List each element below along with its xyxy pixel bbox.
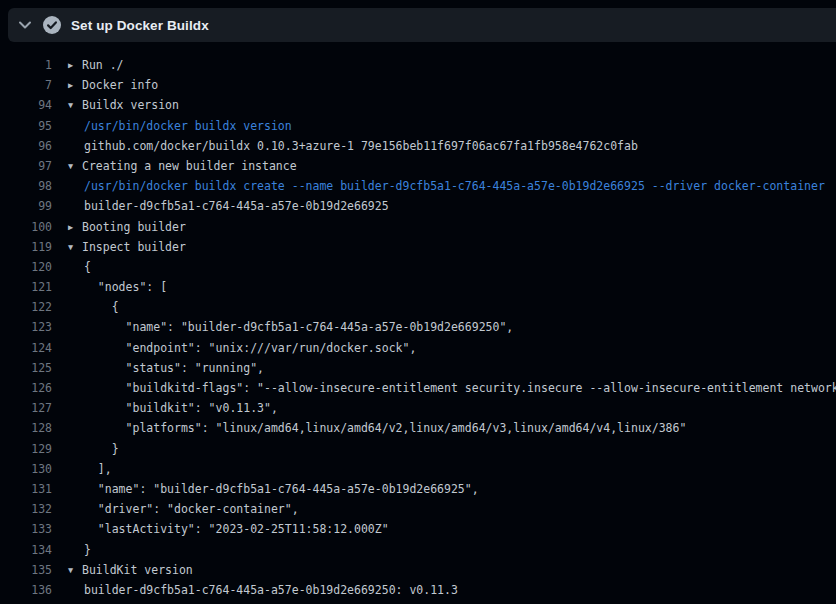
check-circle-icon [42, 15, 62, 35]
step-title: Set up Docker Buildx [71, 18, 209, 33]
log-group-line[interactable]: 100▶Booting builder [0, 217, 836, 237]
line-number[interactable]: 129 [0, 439, 52, 459]
line-number[interactable]: 125 [0, 358, 52, 378]
line-number[interactable]: 95 [0, 116, 52, 136]
log-line: 131 "name": "builder-d9cfb5a1-c764-445a-… [0, 479, 836, 499]
log-line: 132 "driver": "docker-container", [0, 499, 836, 519]
line-number[interactable]: 94 [0, 95, 52, 115]
output-text: { [68, 297, 119, 317]
output-text: ], [68, 459, 112, 479]
line-number[interactable]: 127 [0, 398, 52, 418]
log-line: 128 "platforms": "linux/amd64,linux/amd6… [0, 418, 836, 438]
line-number[interactable]: 100 [0, 217, 52, 237]
output-text: builder-d9cfb5a1-c764-445a-a57e-0b19d2e6… [68, 580, 458, 600]
chevron-down-icon[interactable] [17, 17, 33, 33]
output-text: "driver": "docker-container", [68, 499, 299, 519]
line-number[interactable]: 132 [0, 499, 52, 519]
output-text: builder-d9cfb5a1-c764-445a-a57e-0b19d2e6… [68, 196, 389, 216]
line-number[interactable]: 131 [0, 479, 52, 499]
line-number[interactable]: 121 [0, 277, 52, 297]
log-line: 126 "buildkitd-flags": "--allow-insecure… [0, 378, 836, 398]
line-number[interactable]: 130 [0, 459, 52, 479]
output-text: "endpoint": "unix:///var/run/docker.sock… [68, 338, 416, 358]
log-line: 130 ], [0, 459, 836, 479]
caret-collapsed-icon[interactable]: ▶ [68, 217, 82, 237]
log-group-line[interactable]: 7▶Docker info [0, 75, 836, 95]
output-text: "platforms": "linux/amd64,linux/amd64/v2… [68, 418, 686, 438]
group-label: Run ./ [82, 58, 124, 72]
output-text: } [68, 439, 119, 459]
log-line: 99builder-d9cfb5a1-c764-445a-a57e-0b19d2… [0, 196, 836, 216]
line-number[interactable]: 7 [0, 75, 52, 95]
log-lines: 1▶Run ./7▶Docker info94▼Buildx version95… [0, 42, 836, 600]
line-number[interactable]: 119 [0, 237, 52, 257]
caret-expanded-icon[interactable]: ▼ [68, 95, 82, 115]
command-text: /usr/bin/docker buildx create --name bui… [68, 176, 825, 196]
line-number[interactable]: 122 [0, 297, 52, 317]
line-number[interactable]: 136 [0, 580, 52, 600]
output-text: github.com/docker/buildx 0.10.3+azure-1 … [68, 136, 638, 156]
caret-expanded-icon[interactable]: ▼ [68, 156, 82, 176]
log-line: 125 "status": "running", [0, 358, 836, 378]
log-line: 121 "nodes": [ [0, 277, 836, 297]
log-group-line[interactable]: 119▼Inspect builder [0, 237, 836, 257]
log-line: 127 "buildkit": "v0.11.3", [0, 398, 836, 418]
log-group-line[interactable]: 135▼BuildKit version [0, 560, 836, 580]
line-number[interactable]: 134 [0, 540, 52, 560]
group-label: Inspect builder [82, 240, 186, 254]
group-label: Creating a new builder instance [82, 159, 297, 173]
output-text: "nodes": [ [68, 277, 167, 297]
line-number[interactable]: 98 [0, 176, 52, 196]
group-label: Docker info [82, 78, 158, 92]
caret-expanded-icon[interactable]: ▼ [68, 237, 82, 257]
line-number[interactable]: 96 [0, 136, 52, 156]
log-line: 120{ [0, 257, 836, 277]
output-text: "name": "builder-d9cfb5a1-c764-445a-a57e… [68, 479, 479, 499]
caret-collapsed-icon[interactable]: ▶ [68, 75, 82, 95]
log-group-line[interactable]: 97▼Creating a new builder instance [0, 156, 836, 176]
step-header[interactable]: Set up Docker Buildx [8, 8, 836, 42]
group-label: Booting builder [82, 220, 186, 234]
line-number[interactable]: 123 [0, 317, 52, 337]
output-text: "lastActivity": "2023-02-25T11:58:12.000… [68, 519, 389, 539]
command-text: /usr/bin/docker buildx version [68, 116, 292, 136]
group-label: BuildKit version [82, 563, 193, 577]
log-line: 123 "name": "builder-d9cfb5a1-c764-445a-… [0, 317, 836, 337]
line-number[interactable]: 133 [0, 519, 52, 539]
caret-expanded-icon[interactable]: ▼ [68, 560, 82, 580]
log-group-line[interactable]: 94▼Buildx version [0, 95, 836, 115]
group-label: Buildx version [82, 98, 179, 112]
log-line: 124 "endpoint": "unix:///var/run/docker.… [0, 338, 836, 358]
line-number[interactable]: 97 [0, 156, 52, 176]
log-line: 136builder-d9cfb5a1-c764-445a-a57e-0b19d… [0, 580, 836, 600]
output-text: "status": "running", [68, 358, 264, 378]
log-line: 133 "lastActivity": "2023-02-25T11:58:12… [0, 519, 836, 539]
line-number[interactable]: 120 [0, 257, 52, 277]
log-line: 129 } [0, 439, 836, 459]
log-line: 122 { [0, 297, 836, 317]
line-number[interactable]: 124 [0, 338, 52, 358]
output-text: } [68, 540, 91, 560]
log-line: 134} [0, 540, 836, 560]
output-text: { [68, 257, 91, 277]
log-line: 98/usr/bin/docker buildx create --name b… [0, 176, 836, 196]
log-line: 95/usr/bin/docker buildx version [0, 116, 836, 136]
output-text: "buildkitd-flags": "--allow-insecure-ent… [68, 378, 836, 398]
line-number[interactable]: 135 [0, 560, 52, 580]
line-number[interactable]: 99 [0, 196, 52, 216]
log-group-line[interactable]: 1▶Run ./ [0, 55, 836, 75]
output-text: "buildkit": "v0.11.3", [68, 398, 278, 418]
caret-collapsed-icon[interactable]: ▶ [68, 55, 82, 75]
line-number[interactable]: 128 [0, 418, 52, 438]
line-number[interactable]: 1 [0, 55, 52, 75]
output-text: "name": "builder-d9cfb5a1-c764-445a-a57e… [68, 317, 513, 337]
line-number[interactable]: 126 [0, 378, 52, 398]
log-line: 96github.com/docker/buildx 0.10.3+azure-… [0, 136, 836, 156]
